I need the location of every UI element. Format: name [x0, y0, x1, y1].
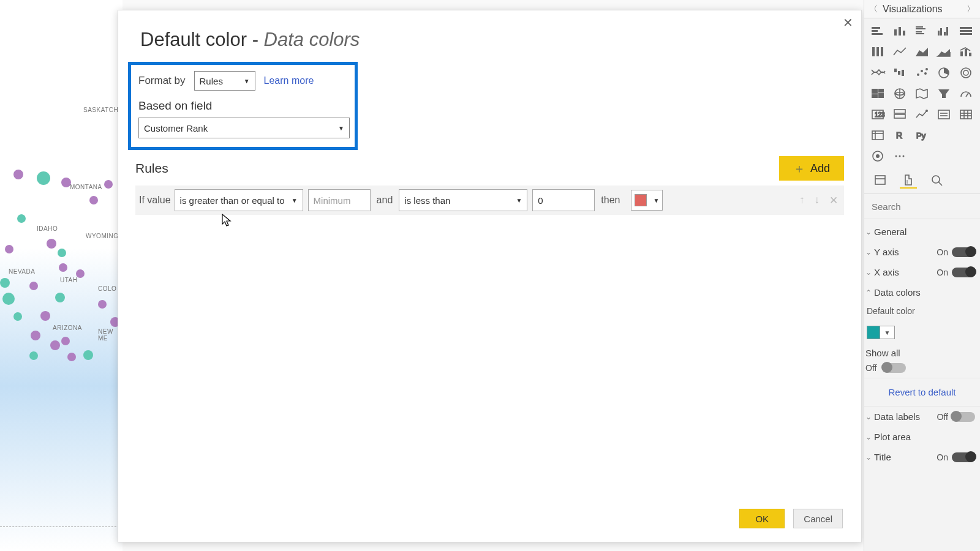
format-item-x-axis[interactable]: ⌄X axis On	[864, 262, 980, 282]
svg-rect-16	[960, 33, 972, 35]
stacked-area-chart-icon[interactable]	[935, 44, 954, 60]
svg-rect-2	[872, 33, 883, 35]
chevron-down-icon: ⌄	[865, 453, 872, 462]
map-label: MONTANA	[70, 184, 102, 190]
cancel-button[interactable]: Cancel	[793, 509, 843, 528]
rule-operator-2-select[interactable]: is less than ▼	[399, 189, 527, 211]
map-label: NEVADA	[9, 268, 35, 275]
area-chart-icon[interactable]	[913, 44, 932, 60]
default-color-swatch	[867, 326, 880, 339]
ribbon-chart-icon[interactable]	[869, 65, 888, 81]
visualizations-title: Visualizations	[879, 4, 965, 15]
move-rule-up-icon[interactable]: ↑	[799, 194, 805, 207]
rule-operator-1-select[interactable]: is greater than or equal to ▼	[175, 189, 303, 211]
delete-rule-icon[interactable]: ✕	[829, 194, 838, 207]
map-label: ARIZONA	[53, 324, 82, 331]
multi-row-card-icon[interactable]	[891, 107, 910, 122]
card-icon[interactable]: 123	[869, 107, 888, 122]
svg-point-61	[903, 156, 905, 157]
matrix-icon[interactable]	[869, 127, 888, 143]
rule-color-picker[interactable]: ▼	[631, 190, 663, 211]
svg-rect-0	[872, 27, 880, 29]
svg-line-38	[966, 93, 968, 97]
funnel-icon[interactable]	[935, 86, 954, 102]
kpi-icon[interactable]	[913, 107, 932, 122]
map-dot	[83, 350, 93, 360]
svg-rect-23	[894, 69, 897, 72]
y-axis-toggle[interactable]	[952, 247, 975, 257]
rule-row: If value is greater than or equal to ▼ a…	[135, 186, 844, 215]
chevron-down-icon: ▼	[880, 326, 895, 339]
svg-rect-24	[898, 71, 900, 75]
filled-map-icon[interactable]	[913, 86, 932, 102]
based-on-field-select[interactable]: Customer Rank ▼	[138, 118, 350, 138]
default-color-picker[interactable]: ▼	[867, 326, 975, 339]
visualization-types-grid: 123 R Py	[864, 18, 980, 169]
table-icon[interactable]	[957, 107, 976, 122]
stacked-column-chart-icon[interactable]	[891, 23, 910, 39]
show-all-toggle[interactable]	[883, 363, 906, 373]
hundred-percent-bar-icon[interactable]	[957, 23, 976, 39]
dialog-title: Default color - Data colors	[118, 10, 861, 62]
map-dot	[76, 269, 85, 278]
format-by-select[interactable]: Rules ▼	[194, 71, 255, 91]
ok-button[interactable]: OK	[739, 509, 785, 528]
python-visual-icon[interactable]: Py	[913, 127, 932, 143]
move-rule-down-icon[interactable]: ↓	[815, 194, 820, 207]
format-item-y-axis[interactable]: ⌄Y axis On	[864, 242, 980, 262]
fields-tab-icon[interactable]	[872, 171, 889, 189]
map-dot	[31, 331, 40, 340]
hundred-percent-column-icon[interactable]	[869, 44, 888, 60]
clustered-bar-chart-icon[interactable]	[913, 23, 932, 39]
panel-collapse-right-icon[interactable]: 〉	[965, 4, 976, 15]
title-toggle[interactable]	[952, 452, 975, 462]
map-label: IDAHO	[37, 225, 58, 232]
format-search-input[interactable]	[869, 198, 975, 215]
map-dashed-line	[0, 527, 123, 527]
line-chart-icon[interactable]	[891, 44, 910, 60]
treemap-icon[interactable]	[869, 86, 888, 102]
analytics-tab-icon[interactable]	[928, 171, 945, 189]
map-label: COLO	[98, 285, 116, 292]
format-tab-icon[interactable]	[900, 171, 917, 189]
chevron-down-icon: ▼	[292, 197, 298, 204]
map-icon[interactable]	[891, 86, 910, 102]
more-visuals-icon[interactable]	[891, 148, 910, 164]
svg-rect-4	[899, 27, 901, 36]
rule-value-1-input[interactable]	[308, 189, 371, 211]
donut-chart-icon[interactable]	[957, 65, 976, 81]
r-visual-icon[interactable]: R	[891, 127, 910, 143]
x-axis-toggle[interactable]	[952, 268, 975, 277]
close-icon[interactable]: ✕	[839, 14, 856, 31]
rules-label: Rules	[135, 161, 168, 176]
data-labels-toggle[interactable]	[952, 412, 975, 422]
svg-rect-9	[916, 33, 924, 34]
svg-rect-18	[876, 47, 879, 56]
gauge-icon[interactable]	[957, 86, 976, 102]
svg-rect-8	[916, 31, 922, 32]
waterfall-chart-icon[interactable]	[891, 65, 910, 81]
add-rule-button[interactable]: ＋ Add	[779, 156, 844, 181]
rule-value-2-input[interactable]	[532, 189, 595, 211]
pie-chart-icon[interactable]	[935, 65, 954, 81]
revert-to-default-link[interactable]: Revert to default	[864, 378, 980, 407]
format-item-general[interactable]: ⌄General	[864, 222, 980, 242]
panel-collapse-left-icon[interactable]: 〈	[868, 4, 879, 15]
stacked-bar-chart-icon[interactable]	[869, 23, 888, 39]
format-item-data-colors[interactable]: ⌃Data colors	[864, 282, 980, 302]
svg-rect-5	[903, 31, 905, 36]
format-item-data-labels[interactable]: ⌄Data labels Off	[864, 407, 980, 427]
line-column-chart-icon[interactable]	[957, 44, 976, 60]
slicer-icon[interactable]	[935, 107, 954, 122]
learn-more-link[interactable]: Learn more	[264, 75, 314, 86]
svg-rect-10	[938, 31, 940, 36]
format-item-plot-area[interactable]: ⌄Plot area	[864, 427, 980, 447]
map-dot	[59, 263, 67, 272]
scatter-chart-icon[interactable]	[913, 65, 932, 81]
svg-rect-47	[960, 110, 971, 119]
svg-point-32	[963, 70, 968, 75]
arcgis-map-icon[interactable]	[869, 148, 888, 164]
based-on-field-value: Customer Rank	[144, 123, 208, 133]
format-item-title[interactable]: ⌄Title On	[864, 447, 980, 467]
clustered-column-chart-icon[interactable]	[935, 23, 954, 39]
